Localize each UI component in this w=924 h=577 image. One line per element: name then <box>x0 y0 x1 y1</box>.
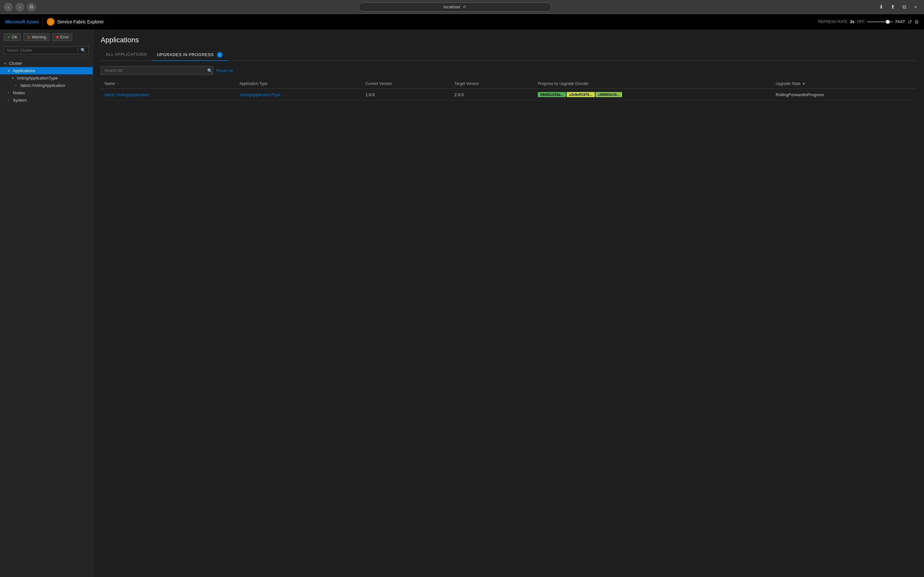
col-name[interactable]: Name ↑ <box>101 79 236 89</box>
download-icon[interactable]: ⬇ <box>877 3 885 11</box>
tree-item-fabric-voting[interactable]: › fabric:/VotingApplication <box>0 82 93 89</box>
right-panel: Applications ALL APPLICATIONS UPGRADES I… <box>93 29 924 577</box>
warning-status-button[interactable]: ⚠ Warning <box>23 33 49 41</box>
browser-action-buttons: ⬇ ⬆ ⧉ + <box>877 3 920 11</box>
refresh-toggle[interactable]: OFF <box>857 19 865 24</box>
main-content: ✔ OK ⚠ Warning ✖ Error 🔍 ∨ <box>0 29 924 577</box>
row-name-cell: fabric:/VotingApplication <box>101 89 236 101</box>
speed-slider[interactable] <box>867 21 893 23</box>
target-version-value: 2.0.0 <box>454 92 464 97</box>
application-name-link[interactable]: fabric:/VotingApplication <box>105 92 149 97</box>
top-nav: Microsoft Azure ⬡ Service Fabric Explore… <box>0 14 924 29</box>
row-current-version-cell: 1.0.0 <box>362 89 451 101</box>
tree-item-label: VotingApplicationType <box>17 76 58 81</box>
tree-item-label: Cluster <box>9 61 22 66</box>
tab-upgrades-in-progress[interactable]: UPGRADES IN PROGRESS 1 <box>152 49 228 61</box>
current-version-value: 1.0.0 <box>365 92 375 97</box>
new-tab-icon[interactable]: ⧉ <box>900 3 909 11</box>
domain-badge-2[interactable]: c2e9eff1976... <box>567 92 595 97</box>
col-name-label: Name <box>105 81 115 86</box>
url-text: localhost <box>444 5 460 9</box>
upgrade-state-value: RollingForwardInProgress <box>776 92 824 97</box>
chevron-down-icon: ∨ <box>11 76 15 80</box>
search-list-input[interactable] <box>101 66 213 75</box>
tree-item-label: Applications <box>13 68 35 73</box>
tree-item-nodes[interactable]: › Nodes <box>0 89 93 97</box>
chevron-right-icon: › <box>8 98 11 102</box>
refresh-controls: REFRESH RATE 2s OFF FAST ↺ ⚙ <box>818 19 919 25</box>
search-cluster-input[interactable] <box>4 47 78 54</box>
settings-icon[interactable]: ⚙ <box>914 19 919 25</box>
app-title-text: Service Fabric Explorer <box>57 19 104 24</box>
domain-badge-3[interactable]: cf68563e16... <box>596 92 622 97</box>
upgrade-domains: b9d52c016a... c2e9eff1976... cf68563e16.… <box>538 92 768 97</box>
back-button[interactable]: ‹ <box>4 3 13 11</box>
app-container: Microsoft Azure ⬡ Service Fabric Explore… <box>0 14 924 577</box>
speed-label: FAST <box>895 19 905 24</box>
address-bar[interactable]: localhost ↺ <box>359 3 551 11</box>
ok-icon: ✔ <box>7 35 11 39</box>
page-reload-button[interactable]: ↺ <box>463 5 466 9</box>
chevron-right-icon: › <box>8 91 11 95</box>
table-search-bar: 🔍 Reset All <box>101 66 916 75</box>
ok-label: OK <box>12 35 17 39</box>
tree-nav: ∨ Cluster ∨ Applications ∨ VotingApplica… <box>0 57 93 106</box>
col-progress-upgrade-domain: Progress by Upgrade Domain <box>534 79 772 89</box>
page-title: Applications <box>101 36 916 44</box>
tab-label: UPGRADES IN PROGRESS <box>157 52 214 57</box>
table-row: fabric:/VotingApplication VotingApplicat… <box>101 89 916 101</box>
browser-chrome: ‹ › ⧉ localhost ↺ ⬇ ⬆ ⧉ + <box>0 0 924 14</box>
window-button[interactable]: ⧉ <box>27 3 36 11</box>
col-upgrade-state[interactable]: Upgrade State ▼ <box>772 79 916 89</box>
domain-badge-1[interactable]: b9d52c016a... <box>538 92 566 97</box>
status-buttons: ✔ OK ⚠ Warning ✖ Error <box>0 29 93 44</box>
tree-item-system[interactable]: › System <box>0 97 93 104</box>
ok-status-button[interactable]: ✔ OK <box>4 33 21 41</box>
col-progress-label: Progress by Upgrade Domain <box>538 81 588 86</box>
search-cluster: 🔍 <box>0 44 93 57</box>
refresh-rate-value: 2s <box>850 19 855 24</box>
applications-table: Name ↑ Application Type Current Version … <box>101 79 916 101</box>
search-list-icon: 🔍 <box>207 68 212 73</box>
azure-logo: Microsoft Azure <box>5 19 39 24</box>
error-label: Error <box>60 35 69 39</box>
row-app-type-cell: VotingApplicationType <box>236 89 361 101</box>
nav-divider <box>43 17 43 27</box>
slider-track[interactable] <box>867 21 893 23</box>
application-type-link[interactable]: VotingApplicationType <box>239 92 280 97</box>
app-title: ⬡ Service Fabric Explorer <box>47 18 104 26</box>
extend-icon[interactable]: + <box>911 3 920 11</box>
row-target-version-cell: 2.0.0 <box>451 89 534 101</box>
col-target-ver-label: Target Version <box>454 81 479 86</box>
col-app-type-label: Application Type <box>239 81 268 86</box>
tab-badge: 1 <box>217 52 223 58</box>
tab-all-applications[interactable]: ALL APPLICATIONS <box>101 49 152 61</box>
reset-all-button[interactable]: Reset All <box>216 68 233 73</box>
refresh-icon[interactable]: ↺ <box>908 19 912 25</box>
tabs: ALL APPLICATIONS UPGRADES IN PROGRESS 1 <box>101 49 916 61</box>
forward-button[interactable]: › <box>15 3 24 11</box>
chevron-right-icon: › <box>15 84 19 87</box>
search-cluster-button[interactable]: 🔍 <box>78 46 89 54</box>
sidebar: ✔ OK ⚠ Warning ✖ Error 🔍 ∨ <box>0 29 93 577</box>
chevron-down-icon: ∨ <box>8 69 11 73</box>
row-upgrade-state-cell: RollingForwardInProgress <box>772 89 916 101</box>
col-current-ver-label: Current Version <box>365 81 392 86</box>
tree-item-cluster[interactable]: ∨ Cluster <box>0 60 93 67</box>
tree-item-voting-app-type[interactable]: ∨ VotingApplicationType <box>0 74 93 82</box>
chevron-down-icon: ∨ <box>4 61 8 65</box>
col-target-version: Target Version <box>451 79 534 89</box>
col-current-version: Current Version <box>362 79 451 89</box>
slider-knob[interactable] <box>886 20 890 24</box>
share-icon[interactable]: ⬆ <box>888 3 897 11</box>
error-icon: ✖ <box>56 35 59 39</box>
app-icon: ⬡ <box>47 18 55 26</box>
row-domains-cell: b9d52c016a... c2e9eff1976... cf68563e16.… <box>534 89 772 101</box>
tree-item-label: fabric:/VotingApplication <box>21 83 65 88</box>
error-status-button[interactable]: ✖ Error <box>52 33 73 41</box>
sort-asc-icon: ↑ <box>116 82 118 85</box>
tree-item-label: System <box>13 98 27 103</box>
filter-icon[interactable]: ▼ <box>803 82 806 85</box>
tree-item-applications[interactable]: ∨ Applications <box>0 67 93 74</box>
tab-label: ALL APPLICATIONS <box>106 52 147 57</box>
